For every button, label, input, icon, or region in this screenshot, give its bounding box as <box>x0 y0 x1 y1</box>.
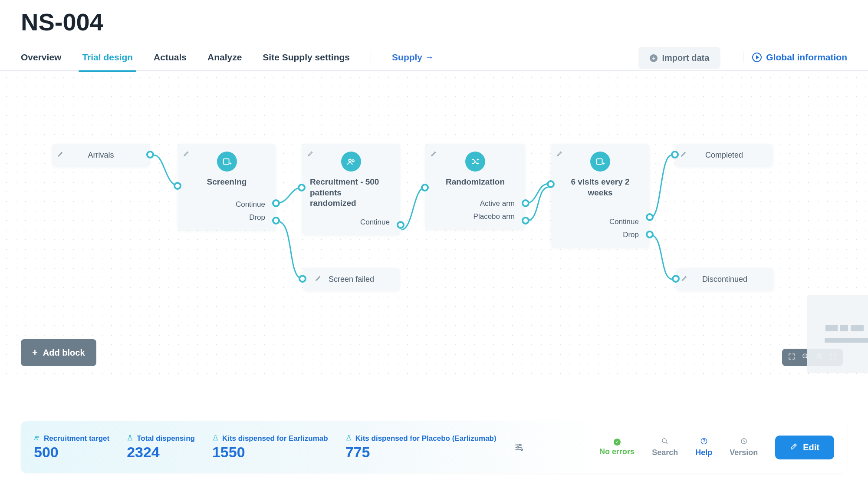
node-visits-out-port-continue[interactable] <box>646 213 654 221</box>
play-circle-icon <box>752 53 762 62</box>
history-icon <box>740 438 747 446</box>
node-screening-out-continue: Continue <box>236 200 265 209</box>
node-arrivals-out-port[interactable] <box>146 151 154 158</box>
version-label: Version <box>730 448 758 457</box>
tab-site-supply[interactable]: Site Supply settings <box>263 52 350 72</box>
import-data-button[interactable]: + Import data <box>638 47 720 69</box>
node-arrivals-label: Arrivals <box>88 151 114 160</box>
node-screening-title: Screening <box>186 177 268 188</box>
node-screening-out-drop: Drop <box>249 213 265 222</box>
stat-kits-placebo-label: Kits dispensed for Placebo (Earlizumab) <box>355 434 496 443</box>
pencil-box-icon <box>790 442 798 452</box>
svg-rect-0 <box>223 159 229 165</box>
design-canvas[interactable]: Arrivals Screening Continue Drop Recruit… <box>0 71 868 375</box>
add-block-label: Add block <box>43 348 85 358</box>
add-block-button[interactable]: + Add block <box>21 339 96 366</box>
page-title: NS-004 <box>0 0 868 40</box>
node-recruitment-out-port-continue[interactable] <box>397 221 404 229</box>
flask-icon <box>345 435 352 442</box>
help-label: Help <box>695 448 712 457</box>
pencil-icon[interactable] <box>556 150 563 158</box>
node-screening-out-port-drop[interactable] <box>272 217 280 224</box>
stat-recruitment-value: 500 <box>34 444 109 461</box>
node-arrivals[interactable]: Arrivals <box>52 144 150 166</box>
sliders-icon[interactable] <box>514 442 523 452</box>
minimap[interactable] <box>807 295 868 373</box>
footer-bar: Recruitment target 500 Total dispensing … <box>21 421 847 473</box>
global-information-button[interactable]: Global information <box>743 52 847 63</box>
node-visits[interactable]: 6 visits every 2 weeks Continue Drop <box>551 144 649 248</box>
node-screen-failed-label: Screen failed <box>329 275 374 284</box>
tab-trial-design[interactable]: Trial design <box>82 52 133 72</box>
version-action[interactable]: Version <box>730 438 758 457</box>
node-randomization-title: Randomization <box>433 177 517 188</box>
node-visits-in-port[interactable] <box>547 180 555 188</box>
node-recruitment[interactable]: Recruitment - 500 patients randomized Co… <box>302 144 400 235</box>
global-information-label: Global information <box>766 52 847 63</box>
pencil-icon[interactable] <box>681 274 688 283</box>
node-randomization-in-port[interactable] <box>421 184 429 191</box>
pencil-icon[interactable] <box>431 150 437 158</box>
svg-point-6 <box>35 436 37 438</box>
node-randomization-out-port-active[interactable] <box>522 199 529 207</box>
svg-point-1 <box>349 159 352 162</box>
node-screen-failed-in-port[interactable] <box>299 275 306 283</box>
stat-recruitment-target: Recruitment target 500 <box>34 434 109 461</box>
tab-analyze[interactable]: Analyze <box>207 52 242 72</box>
tab-bar: Overview Trial design Actuals Analyze Si… <box>0 40 868 71</box>
help-action[interactable]: Help <box>695 438 712 457</box>
footer-divider <box>541 436 541 459</box>
node-completed-in-port[interactable] <box>671 151 679 158</box>
node-completed[interactable]: Completed <box>675 144 773 166</box>
stat-total-dispensing: Total dispensing 2324 <box>127 434 195 461</box>
node-screening[interactable]: Screening Continue Drop <box>178 144 276 230</box>
group-icon <box>34 435 40 442</box>
group-icon <box>341 152 361 172</box>
tab-overview[interactable]: Overview <box>21 52 61 72</box>
svg-point-10 <box>521 449 523 451</box>
help-circle-icon <box>700 438 707 446</box>
node-screening-in-port[interactable] <box>174 182 181 190</box>
node-screening-out-port-continue[interactable] <box>272 199 280 207</box>
search-action[interactable]: Search <box>652 438 678 457</box>
import-data-label: Import data <box>662 53 709 63</box>
node-recruitment-title: Recruitment - 500 patients randomized <box>310 177 392 209</box>
calendar-share-icon <box>590 152 610 172</box>
node-visits-out-port-drop[interactable] <box>646 231 654 238</box>
node-screen-failed[interactable]: Screen failed <box>303 268 400 291</box>
pencil-icon[interactable] <box>315 274 322 283</box>
plus-icon: + <box>32 347 38 358</box>
node-recruitment-out-continue: Continue <box>360 218 390 227</box>
tab-actuals[interactable]: Actuals <box>154 52 187 72</box>
stat-kits-earlizumab: Kits dispensed for Earlizumab 1550 <box>212 434 328 461</box>
stat-kits-placebo-value: 775 <box>345 444 496 461</box>
edit-label: Edit <box>803 442 819 452</box>
pencil-icon[interactable] <box>183 150 190 158</box>
flask-icon <box>127 435 133 442</box>
shuffle-icon <box>465 152 485 172</box>
node-discontinued-label: Discontinued <box>702 275 747 284</box>
fit-to-screen-icon[interactable] <box>788 353 795 362</box>
pencil-icon[interactable] <box>57 150 64 159</box>
svg-point-7 <box>37 436 39 438</box>
tab-supply[interactable]: Supply → <box>392 52 434 72</box>
stat-total-dispensing-label: Total dispensing <box>137 434 195 443</box>
status-no-errors: ✓ No errors <box>599 439 635 456</box>
node-discontinued[interactable]: Discontinued <box>676 268 773 291</box>
node-completed-label: Completed <box>705 151 743 160</box>
node-randomization-out-port-placebo[interactable] <box>522 217 529 224</box>
stat-kits-earlizumab-label: Kits dispensed for Earlizumab <box>222 434 328 443</box>
check-circle-icon: ✓ <box>614 439 621 446</box>
pencil-icon[interactable] <box>307 150 314 158</box>
node-randomization[interactable]: Randomization Active arm Placebo arm <box>425 144 525 229</box>
node-recruitment-in-port[interactable] <box>298 184 306 191</box>
node-visits-title: 6 visits every 2 weeks <box>559 177 641 198</box>
node-discontinued-in-port[interactable] <box>672 275 680 283</box>
stat-total-dispensing-value: 2324 <box>127 444 195 461</box>
search-icon <box>661 438 668 446</box>
svg-point-11 <box>662 439 666 442</box>
search-label: Search <box>652 448 678 457</box>
edit-button[interactable]: Edit <box>775 436 834 459</box>
svg-rect-3 <box>597 159 602 165</box>
pencil-icon[interactable] <box>681 150 687 159</box>
